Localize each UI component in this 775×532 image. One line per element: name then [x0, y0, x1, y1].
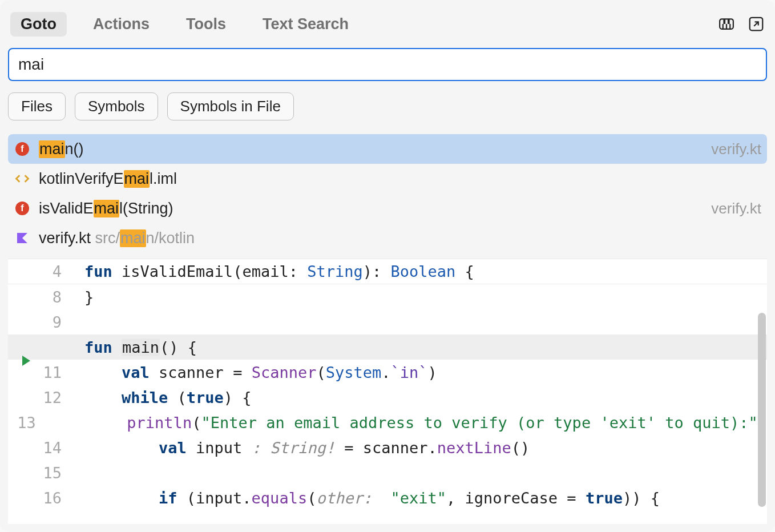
code-icon: [14, 170, 31, 187]
code-line: 8}: [8, 284, 767, 309]
code-preview[interactable]: 4fun isValidEmail(email: String): Boolea…: [8, 259, 767, 524]
filter-files[interactable]: Files: [8, 92, 66, 120]
result-label: main(): [39, 140, 84, 158]
code-line: 13 println("Enter an email address to ve…: [8, 410, 767, 435]
gutter: 12: [8, 389, 72, 406]
code-text: fun main() {: [84, 338, 197, 356]
code-line: 16 if (input.equals(other: "exit", ignor…: [8, 485, 767, 510]
top-icons: [718, 15, 765, 33]
open-external-icon[interactable]: [748, 15, 765, 33]
result-row[interactable]: verify.kt src/main/kotlin: [8, 223, 767, 253]
result-label: kotlinVerifyEmail.iml: [39, 170, 177, 188]
gutter: 11: [8, 364, 72, 381]
piano-icon[interactable]: [718, 15, 735, 33]
search-wrap: [8, 48, 767, 81]
tab-text-search[interactable]: Text Search: [252, 12, 359, 37]
result-label: verify.kt src/main/kotlin: [39, 229, 195, 247]
result-path: verify.kt: [711, 140, 761, 158]
result-row[interactable]: fmain()verify.kt: [8, 134, 767, 164]
search-input[interactable]: [8, 48, 767, 81]
dialog-tabs: Goto Actions Tools Text Search: [10, 12, 359, 37]
result-label: isValidEmail(String): [39, 200, 173, 217]
result-row[interactable]: fisValidEmail(String)verify.kt: [8, 194, 767, 223]
result-path: verify.kt: [711, 200, 761, 217]
tab-tools[interactable]: Tools: [176, 12, 236, 37]
code-line: fun main() {: [8, 334, 767, 360]
tab-goto[interactable]: Goto: [10, 12, 67, 37]
filter-row: Files Symbols Symbols in File: [8, 92, 767, 120]
gutter: 9: [8, 313, 72, 331]
code-text: while (true) {: [84, 389, 252, 406]
fn-icon: f: [14, 140, 31, 158]
result-row[interactable]: kotlinVerifyEmail.iml: [8, 164, 767, 194]
gutter: 15: [8, 464, 72, 482]
svg-text:f: f: [21, 144, 24, 154]
code-line: 12 while (true) {: [8, 385, 767, 410]
goto-dialog: Goto Actions Tools Text Search: [0, 0, 775, 532]
topbar: Goto Actions Tools Text Search: [8, 8, 767, 40]
gutter: 4: [8, 263, 72, 280]
gutter: 13: [8, 414, 46, 432]
results-list: fmain()verify.ktkotlinVerifyEmail.imlfis…: [8, 134, 767, 253]
code-line: 15: [8, 460, 767, 485]
code-line: 4fun isValidEmail(email: String): Boolea…: [8, 259, 767, 284]
code-text: val scanner = Scanner(System.`in`): [84, 364, 437, 381]
code-text: }: [84, 288, 94, 306]
gutter: 8: [8, 288, 72, 306]
fn-icon: f: [14, 200, 31, 217]
code-line: 14 val input : String! = scanner.nextLin…: [8, 435, 767, 460]
code-line: 11 val scanner = Scanner(System.`in`): [8, 360, 767, 385]
code-line: 9: [8, 309, 767, 334]
filter-symbols-in-file[interactable]: Symbols in File: [167, 92, 294, 120]
tab-actions[interactable]: Actions: [83, 12, 160, 37]
gutter: 14: [8, 439, 72, 457]
scrollbar-thumb[interactable]: [758, 313, 766, 507]
kotlin-icon: [14, 229, 31, 247]
filter-symbols[interactable]: Symbols: [75, 92, 158, 120]
gutter: 16: [8, 489, 72, 507]
code-text: fun isValidEmail(email: String): Boolean…: [84, 263, 474, 280]
code-text: val input : String! = scanner.nextLine(): [84, 439, 530, 457]
code-text: println("Enter an email address to verif…: [53, 414, 767, 432]
code-text: if (input.equals(other: "exit", ignoreCa…: [84, 489, 660, 507]
svg-text:f: f: [21, 203, 24, 213]
